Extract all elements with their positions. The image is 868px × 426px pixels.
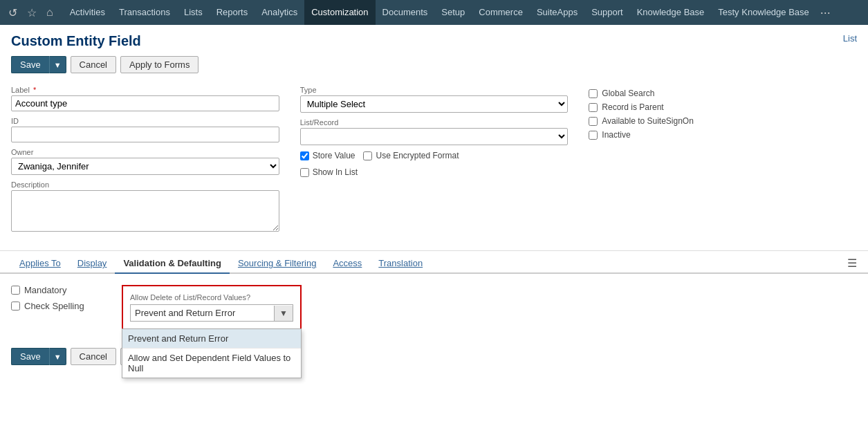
nav-setup[interactable]: Setup: [434, 0, 472, 25]
form-area: Label * ID Owner Zwaniga, Jennifer Descr…: [0, 80, 868, 250]
label-field-label: Label *: [11, 86, 279, 94]
allow-delete-dropdown-area: Allow Delete of List/Record Values? Prev…: [122, 285, 302, 330]
allow-delete-selected-value: Prevent and Return Error: [131, 305, 274, 321]
list-link[interactable]: List: [843, 33, 857, 44]
store-value-group: Store Value Use Encrypted Format: [300, 151, 569, 163]
nav-analytics[interactable]: Analytics: [255, 0, 304, 25]
bottom-save-btn-group: Save ▼: [11, 348, 66, 365]
use-encrypted-checkbox[interactable]: [363, 151, 372, 160]
nav-transactions[interactable]: Transactions: [112, 0, 177, 25]
home-icon[interactable]: ⌂: [44, 5, 56, 21]
allow-delete-label: Allow Delete of List/Record Values?: [130, 293, 293, 302]
nav-support[interactable]: Support: [584, 0, 630, 25]
bottom-cancel-button[interactable]: Cancel: [71, 348, 116, 365]
option-allow-set-null[interactable]: Allow and Set Dependent Field Values to …: [122, 349, 301, 378]
record-is-parent-row: Record is Parent: [589, 102, 857, 112]
nav-activities[interactable]: Activities: [63, 0, 112, 25]
nav-reports[interactable]: Reports: [210, 0, 255, 25]
allow-delete-options: Prevent and Return Error Allow and Set D…: [122, 328, 302, 378]
mandatory-label: Mandatory: [24, 285, 66, 295]
id-field-label: ID: [11, 117, 279, 125]
check-spelling-label: Check Spelling: [24, 301, 84, 311]
tabs-bar: Applies To Display Validation & Defaulti…: [0, 254, 868, 274]
type-field-label: Type: [300, 86, 569, 94]
star-icon[interactable]: ☆: [24, 5, 39, 21]
allow-delete-select-row[interactable]: Prevent and Return Error ▼: [130, 304, 293, 322]
tab-content: Mandatory Check Spelling Allow Delete of…: [0, 274, 868, 341]
id-input[interactable]: [11, 127, 279, 142]
mandatory-checkbox[interactable]: [11, 286, 20, 295]
save-button[interactable]: Save: [11, 56, 49, 73]
nav-documents[interactable]: Documents: [376, 0, 435, 25]
tab-access[interactable]: Access: [324, 254, 370, 274]
available-suite-sign-on-label: Available to SuiteSignOn: [602, 116, 694, 126]
type-select[interactable]: Multiple Select: [300, 95, 569, 113]
form-col-right: Global Search Record is Parent Available…: [589, 86, 857, 239]
available-suite-sign-on-row: Available to SuiteSignOn: [589, 116, 857, 126]
nav-testy-knowledge-base[interactable]: Testy Knowledge Base: [711, 0, 816, 25]
nav-items: Activities Transactions Lists Reports An…: [63, 0, 862, 25]
inactive-row: Inactive: [589, 130, 857, 140]
page: Custom Entity Field List Save ▼ Cancel A…: [0, 25, 868, 426]
list-record-field-group: List/Record: [300, 118, 569, 145]
tab-menu-icon[interactable]: ☰: [847, 257, 857, 272]
global-search-label: Global Search: [602, 89, 654, 98]
available-suite-sign-on-checkbox[interactable]: [589, 117, 598, 126]
nav-icons: ↺ ☆ ⌂: [6, 5, 56, 21]
list-record-label: List/Record: [300, 118, 569, 127]
inactive-label: Inactive: [602, 130, 630, 140]
global-search-checkbox[interactable]: [589, 89, 598, 98]
option-prevent-return-error[interactable]: Prevent and Return Error: [122, 329, 301, 349]
bottom-save-button[interactable]: Save: [11, 348, 49, 365]
nav-lists[interactable]: Lists: [177, 0, 210, 25]
use-encrypted-label: Use Encrypted Format: [376, 151, 459, 160]
bottom-save-dropdown-button[interactable]: ▼: [49, 348, 66, 365]
left-checks: Mandatory Check Spelling: [11, 285, 94, 330]
owner-field-group: Owner Zwaniga, Jennifer: [11, 148, 279, 175]
record-is-parent-label: Record is Parent: [602, 102, 663, 112]
tab-sourcing[interactable]: Sourcing & Filtering: [230, 254, 324, 274]
nav-knowledge-base[interactable]: Knowledge Base: [630, 0, 712, 25]
list-record-select[interactable]: [300, 128, 569, 145]
form-col-left: Label * ID Owner Zwaniga, Jennifer Descr…: [11, 86, 279, 239]
use-encrypted-row: Use Encrypted Format: [363, 151, 459, 160]
save-dropdown-button[interactable]: ▼: [49, 56, 66, 73]
label-input[interactable]: [11, 95, 279, 111]
check-spelling-checkbox[interactable]: [11, 302, 20, 311]
store-value-checkbox[interactable]: [300, 151, 309, 160]
tab-validation[interactable]: Validation & Defaulting: [115, 254, 230, 274]
description-label: Description: [11, 180, 279, 189]
owner-field-label: Owner: [11, 148, 279, 156]
record-is-parent-checkbox[interactable]: [589, 103, 598, 112]
allow-delete-arrow-icon[interactable]: ▼: [274, 306, 293, 321]
show-in-list-checkbox[interactable]: [300, 168, 309, 177]
top-nav: ↺ ☆ ⌂ Activities Transactions Lists Repo…: [0, 0, 868, 25]
nav-commerce[interactable]: Commerce: [472, 0, 530, 25]
tab-display[interactable]: Display: [69, 254, 116, 274]
description-field-group: Description: [11, 180, 279, 234]
check-spelling-row: Check Spelling: [11, 301, 94, 311]
nav-customization[interactable]: Customization: [304, 0, 375, 25]
page-header: Custom Entity Field List: [0, 25, 868, 52]
description-textarea[interactable]: [11, 190, 279, 232]
tab-applies-to[interactable]: Applies To: [11, 254, 69, 274]
history-icon[interactable]: ↺: [6, 5, 20, 21]
tab-translation[interactable]: Translation: [370, 254, 431, 274]
type-field-group: Type Multiple Select: [300, 86, 569, 113]
form-col-middle: Type Multiple Select List/Record Store V…: [300, 86, 569, 239]
apply-to-forms-button[interactable]: Apply to Forms: [120, 56, 198, 73]
label-field-group: Label *: [11, 86, 279, 111]
save-btn-group: Save ▼: [11, 56, 66, 73]
page-title: Custom Entity Field: [11, 33, 141, 49]
cancel-button[interactable]: Cancel: [71, 56, 116, 73]
nav-suiteapps[interactable]: SuiteApps: [530, 0, 584, 25]
show-in-list-row: Show In List: [300, 167, 569, 177]
owner-select[interactable]: Zwaniga, Jennifer: [11, 158, 279, 175]
global-search-row: Global Search: [589, 89, 857, 98]
store-value-row: Store Value: [300, 151, 355, 160]
inactive-checkbox[interactable]: [589, 131, 598, 140]
required-marker: *: [33, 86, 36, 94]
top-toolbar: Save ▼ Cancel Apply to Forms: [0, 52, 868, 80]
show-in-list-label: Show In List: [313, 167, 358, 177]
nav-more-icon[interactable]: ···: [816, 6, 835, 20]
